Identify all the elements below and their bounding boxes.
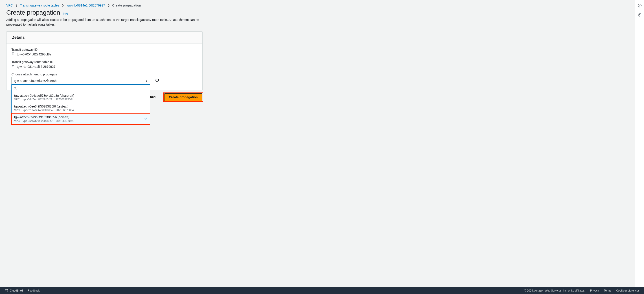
search-icon: [14, 87, 16, 90]
info-icon[interactable]: [638, 4, 642, 8]
tgw-id-value: tgw-07054d8274298cf8a: [17, 52, 52, 56]
attachment-dropdown: tgw-attach-0b4cae578c4c82b3e (share-att)…: [12, 84, 150, 125]
feedback-link[interactable]: Feedback: [28, 289, 40, 292]
attachment-option[interactable]: tgw-attach-0ee3f9f56283f36f0 (test-att)V…: [12, 103, 150, 114]
chevron-right-icon: ❯: [15, 4, 18, 7]
option-meta: VPCvpc-05c67f26d9aad30e9987106375064: [14, 120, 74, 122]
svg-rect-0: [12, 53, 14, 55]
info-link[interactable]: Info: [63, 12, 68, 15]
footer: CloudShell Feedback © 2024, Amazon Web S…: [0, 287, 644, 294]
attachment-selected-value: tgw-attach-0fa9b6f3e62f8465b: [14, 79, 56, 82]
refresh-button[interactable]: [155, 78, 159, 83]
attachment-select-label: Choose attachment to propagate: [12, 72, 198, 76]
chevron-right-icon: ❯: [62, 4, 64, 7]
svg-marker-4: [638, 13, 641, 16]
details-panel: Details Transit gateway ID tgw-07054d827…: [6, 32, 202, 90]
attachment-option[interactable]: tgw-attach-0fa9b6f3e62f8465b (dev-att)VP…: [12, 114, 150, 124]
footer-copyright: © 2024, Amazon Web Services, Inc. or its…: [524, 289, 585, 292]
privacy-link[interactable]: Privacy: [590, 289, 599, 292]
option-primary: tgw-attach-0ee3f9f56283f36f0 (test-att): [14, 104, 74, 108]
details-panel-title: Details: [6, 32, 202, 44]
option-meta: VPCvpc-0f1a4ae446d90ad64987106375064: [14, 108, 74, 112]
option-primary: tgw-attach-0fa9b6f3e62f8465b (dev-att): [14, 115, 74, 119]
attachment-search-input[interactable]: [18, 86, 148, 91]
copy-icon[interactable]: [12, 65, 14, 68]
page-description: Adding a propagation will allow routes t…: [6, 18, 202, 27]
cloudshell-label: CloudShell: [10, 289, 23, 292]
attachment-select[interactable]: tgw-attach-0fa9b6f3e62f8465b ▲: [12, 77, 150, 84]
svg-rect-1: [12, 66, 14, 67]
settings-icon[interactable]: [638, 13, 642, 18]
rtb-id-value: tgw-rtb-0814e1f66f2679927: [17, 65, 56, 68]
breadcrumb-rtb-id[interactable]: tgw-rtb-0814e1f66f2679927: [66, 4, 105, 7]
check-icon: [144, 117, 148, 121]
page-title: Create propagation: [6, 9, 60, 16]
breadcrumb: VPC ❯ Transit gateway route tables ❯ tgw…: [6, 4, 629, 7]
tgw-id-label: Transit gateway ID: [12, 48, 198, 52]
help-rail: [635, 0, 644, 287]
create-propagation-button[interactable]: Create propagation: [164, 93, 202, 101]
copy-icon[interactable]: [12, 52, 14, 56]
terms-link[interactable]: Terms: [604, 289, 611, 292]
caret-up-icon: ▲: [145, 80, 148, 82]
breadcrumb-vpc[interactable]: VPC: [6, 4, 13, 7]
option-meta: VPCvpc-04d7ecd832f8d7c21987106375064: [14, 98, 74, 101]
cloudshell-button[interactable]: CloudShell: [4, 289, 23, 292]
breadcrumb-current: Create propagation: [112, 4, 141, 7]
rtb-id-label: Transit gateway route table ID: [12, 60, 198, 64]
svg-point-5: [639, 14, 640, 15]
cookie-preferences-link[interactable]: Cookie preferences: [616, 289, 640, 292]
chevron-right-icon: ❯: [107, 4, 110, 7]
option-primary: tgw-attach-0b4cae578c4c82b3e (share-att): [14, 94, 74, 98]
breadcrumb-route-tables[interactable]: Transit gateway route tables: [20, 4, 59, 7]
attachment-option[interactable]: tgw-attach-0b4cae578c4c82b3e (share-att)…: [12, 92, 150, 103]
svg-point-2: [14, 87, 16, 89]
